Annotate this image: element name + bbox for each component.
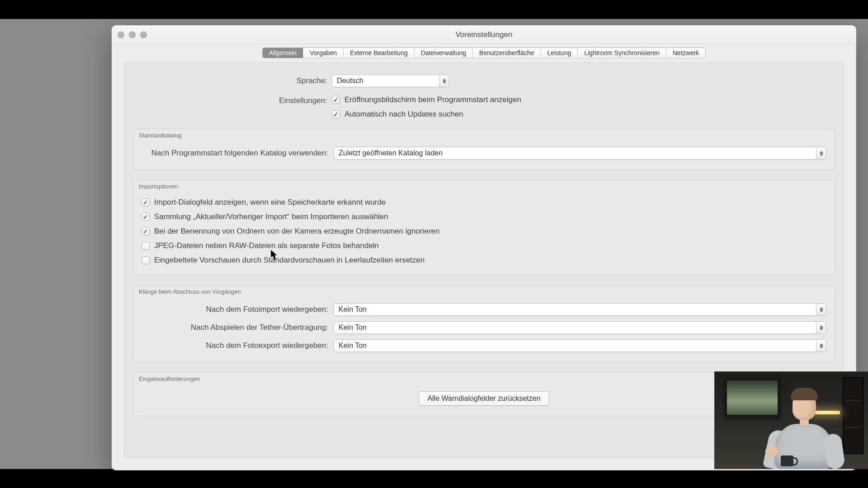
import-option-checkbox[interactable] <box>142 198 150 206</box>
import-option-checkbox[interactable] <box>142 213 150 221</box>
tab-externe-bearbeitung[interactable]: Externe Bearbeitung <box>344 48 415 58</box>
tab-allgemein[interactable]: Allgemein <box>263 48 303 58</box>
import-option-checkbox[interactable] <box>142 242 150 250</box>
language-select[interactable]: Deutsch <box>332 75 449 87</box>
import-option-checkbox[interactable] <box>142 256 150 264</box>
import-option-label: Bei der Benennung von Ordnern von der Ka… <box>154 227 439 236</box>
import-option-row: Import-Dialogfeld anzeigen, wenn eine Sp… <box>142 195 826 210</box>
tab-netzwerk[interactable]: Netzwerk <box>666 48 705 58</box>
stepper-icon <box>816 304 826 315</box>
completion-sound-select-value: Kein Ton <box>339 305 816 314</box>
language-label: Sprache: <box>133 76 332 85</box>
reset-warnings-button[interactable]: Alle Warndialogfelder zurücksetzen <box>419 391 549 406</box>
completion-sound-row: Nach dem Fotoexport wiedergeben:Kein Ton <box>142 337 826 355</box>
check-updates-checkbox[interactable] <box>332 110 340 118</box>
minimize-window-button[interactable] <box>129 31 136 38</box>
default-catalog-group: Standardkatalog Nach Programmstart folge… <box>133 129 835 170</box>
completion-sound-label: Nach dem Fotoimport wiedergeben: <box>142 305 334 314</box>
presenter-webcam-overlay <box>714 371 868 469</box>
import-option-label: Eingebettete Vorschauen durch Standardvo… <box>154 256 425 265</box>
completion-sound-row: Nach dem Fotoimport wiedergeben:Kein Ton <box>142 300 826 319</box>
import-options-title: Importoptionen <box>133 180 835 191</box>
completion-sound-select-value: Kein Ton <box>339 324 816 332</box>
completion-sound-label: Nach Abspielen der Tether-Übertragung: <box>142 323 334 332</box>
tab-leistung[interactable]: Leistung <box>541 48 578 58</box>
window-title: Voreinstellungen <box>456 30 513 39</box>
completion-sound-select-value: Kein Ton <box>339 342 816 350</box>
import-option-row: Bei der Benennung von Ordnern von der Ka… <box>142 224 826 239</box>
stepper-icon <box>439 75 449 87</box>
show-splash-checkbox[interactable] <box>332 96 340 104</box>
window-controls <box>118 31 147 38</box>
show-splash-label: Eröffnungsbildschirm beim Programmstart … <box>344 95 521 104</box>
import-option-row: Sammlung „Aktueller/Vorheriger Import“ b… <box>142 210 826 224</box>
default-catalog-row-label: Nach Programmstart folgenden Katalog ver… <box>142 149 334 158</box>
stepper-icon <box>816 340 826 352</box>
completion-sound-select[interactable]: Kein Ton <box>334 303 826 316</box>
completion-sound-select[interactable]: Kein Ton <box>334 339 826 352</box>
tab-vorgaben[interactable]: Vorgaben <box>303 48 344 58</box>
titlebar: Voreinstellungen <box>112 25 856 44</box>
default-catalog-select-value: Zuletzt geöffneten Katalog laden <box>339 149 816 157</box>
import-option-checkbox[interactable] <box>142 227 150 235</box>
tab-lightroom-synchronisieren[interactable]: Lightroom Synchronisieren <box>578 48 666 58</box>
import-option-row: JPEG-Dateien neben RAW-Dateien als separ… <box>142 239 826 253</box>
completion-sound-label: Nach dem Fotoexport wiedergeben: <box>142 341 334 350</box>
settings-label: Einstellungen: <box>133 95 332 105</box>
tab-benutzeroberfläche[interactable]: Benutzeroberfläche <box>473 48 541 58</box>
check-updates-label: Automatisch nach Updates suchen <box>344 110 463 119</box>
import-options-group: Importoptionen Import-Dialogfeld anzeige… <box>133 180 835 275</box>
language-select-value: Deutsch <box>337 77 439 85</box>
import-option-row: Eingebettete Vorschauen durch Standardvo… <box>142 253 826 267</box>
default-catalog-select[interactable]: Zuletzt geöffneten Katalog laden <box>334 147 826 160</box>
completion-sounds-group: Klänge beim Abschluss von Vorgängen Nach… <box>133 285 835 362</box>
tab-bar: AllgemeinVorgabenExterne BearbeitungDate… <box>262 47 706 58</box>
stepper-icon <box>816 322 826 333</box>
completion-sounds-title: Klänge beim Abschluss von Vorgängen <box>133 286 835 296</box>
import-option-label: Import-Dialogfeld anzeigen, wenn eine Sp… <box>154 198 386 207</box>
stepper-icon <box>816 147 826 159</box>
close-window-button[interactable] <box>118 31 124 38</box>
import-option-label: JPEG-Dateien neben RAW-Dateien als separ… <box>154 241 379 250</box>
completion-sound-select[interactable]: Kein Ton <box>334 321 826 334</box>
default-catalog-title: Standardkatalog <box>133 129 835 140</box>
completion-sound-row: Nach Abspielen der Tether-Übertragung:Ke… <box>142 319 826 337</box>
zoom-window-button[interactable] <box>140 31 147 38</box>
import-option-label: Sammlung „Aktueller/Vorheriger Import“ b… <box>154 212 388 221</box>
tab-dateiverwaltung[interactable]: Dateiverwaltung <box>415 48 473 58</box>
